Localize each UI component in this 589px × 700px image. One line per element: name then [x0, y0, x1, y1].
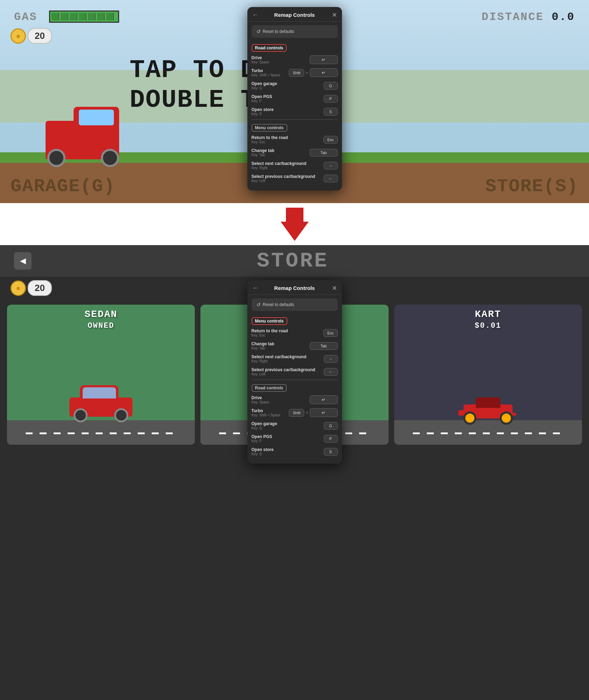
b-open-garage-info: Open garage Key: G [252, 421, 277, 430]
b-open-garage-button[interactable]: G [324, 422, 338, 430]
drive-key-button[interactable]: ↵ [310, 55, 338, 64]
b-drive-key: Key: Space [252, 400, 269, 404]
b-select-prev-key: Key: Left [252, 372, 315, 376]
return-road-label: Return to the road [252, 135, 288, 140]
coin-icon: ● [11, 28, 26, 44]
b-return-road-button[interactable]: Esc [323, 329, 337, 337]
select-prev-key: Key: Left [252, 179, 315, 183]
tap-text: TAP TO D [130, 56, 256, 85]
store-title: STORE [257, 249, 329, 273]
store-header: ◀ STORE [0, 245, 589, 277]
b-change-tab-info: Change tab Key: Tab [252, 341, 274, 350]
b-change-tab-control-row: Change tab Key: Tab Tab [247, 339, 342, 352]
b-change-tab-button[interactable]: Tab [310, 342, 338, 350]
modal-header-bottom: ← Remap Controls ✕ [247, 280, 342, 295]
menu-section-label-bottom: Menu controls [252, 317, 287, 325]
b-turbo-space-button[interactable]: ↵ [310, 408, 338, 417]
return-road-control-row: Return to the road Key: Esc Esc [247, 133, 342, 146]
turbo-key: Key: Shift + Space [252, 73, 281, 77]
b-open-store-key: Key: S [252, 452, 274, 456]
change-tab-info: Change tab Key: Tab [252, 148, 274, 157]
modal-back-button-top[interactable]: ← [252, 11, 259, 19]
reset-label-top: Reset to defaults [263, 29, 294, 34]
distance-text: DISTANCE [482, 11, 544, 23]
modal-close-button-bottom[interactable]: ✕ [332, 284, 337, 292]
b-turbo-control-row: Turbo Key: Shift + Space Shift + ↵ [247, 406, 342, 419]
open-pgs-button[interactable]: P [324, 95, 338, 103]
garage-hint: GARAGE(G) [11, 176, 115, 197]
modal-close-button-top[interactable]: ✕ [332, 11, 337, 19]
reset-icon-bottom: ↺ [256, 302, 261, 307]
turbo-key-combo: Shift + ↵ [289, 68, 337, 77]
turbo-control-row: Turbo Key: Shift + Space Shift + ↵ [247, 66, 342, 79]
b-open-pgs-button[interactable]: P [324, 435, 338, 443]
distance-label: DISTANCE 0.0 [482, 11, 575, 23]
b-return-road-key: Key: Esc [252, 333, 288, 337]
open-pgs-info: Open PGS Key: P [252, 94, 272, 103]
coin-badge: ● 20 [11, 28, 52, 44]
b-open-pgs-info: Open PGS Key: P [252, 434, 272, 443]
b-turbo-label: Turbo [252, 408, 281, 413]
drive-control-row: Drive Key: Space ↵ [247, 53, 342, 66]
modal-header-top: ← Remap Controls ✕ [247, 7, 342, 22]
truck-wheel-rear [101, 149, 119, 167]
coin-count: 20 [28, 28, 52, 44]
modal-title-top: Remap Controls [274, 12, 315, 18]
b-turbo-shift-button[interactable]: Shift [289, 409, 304, 417]
change-tab-label: Change tab [252, 148, 274, 153]
b-select-next-info: Select next car/background Key: Right [252, 354, 307, 363]
select-prev-info: Select previous car/background Key: Left [252, 174, 315, 183]
b-select-next-control-row: Select next car/background Key: Right → [247, 352, 342, 365]
b-drive-button[interactable]: ↵ [310, 395, 338, 404]
b-open-store-button[interactable]: S [324, 448, 338, 456]
b-plus-sign: + [306, 410, 308, 415]
select-next-button[interactable]: → [324, 162, 338, 169]
road-section-label-top: Road controls [252, 44, 287, 52]
arrow-stem [286, 208, 303, 222]
open-pgs-key: Key: P [252, 99, 272, 103]
b-select-prev-info: Select previous car/background Key: Left [252, 367, 315, 376]
b-turbo-combo: Shift + ↵ [289, 408, 337, 417]
return-road-button[interactable]: Esc [323, 136, 337, 144]
b-turbo-info: Turbo Key: Shift + Space [252, 408, 281, 417]
b-change-tab-key: Key: Tab [252, 346, 274, 350]
b-open-garage-control-row: Open garage Key: G G [247, 419, 342, 432]
b-open-pgs-label: Open PGS [252, 434, 272, 439]
b-select-prev-control-row: Select previous car/background Key: Left… [247, 365, 342, 378]
b-change-tab-label: Change tab [252, 341, 274, 346]
change-tab-control-row: Change tab Key: Tab Tab [247, 146, 342, 159]
b-open-garage-key: Key: G [252, 426, 277, 430]
store-back-button[interactable]: ◀ [14, 252, 32, 270]
b-drive-label: Drive [252, 395, 269, 400]
reset-defaults-button-bottom[interactable]: ↺ Reset to defaults [252, 298, 338, 311]
open-garage-control-row: Open garage Key: G G [247, 79, 342, 92]
b-open-pgs-control-row: Open PGS Key: P P [247, 432, 342, 445]
change-tab-button[interactable]: Tab [310, 149, 338, 157]
open-garage-key: Key: G [252, 86, 277, 90]
b-select-prev-label: Select previous car/background [252, 367, 315, 372]
b-select-next-button[interactable]: → [324, 355, 338, 363]
modal-title-bottom: Remap Controls [274, 285, 315, 291]
select-prev-button[interactable]: ← [324, 175, 338, 182]
b-open-store-label: Open store [252, 447, 274, 452]
open-pgs-control-row: Open PGS Key: P P [247, 92, 342, 105]
b-select-next-label: Select next car/background [252, 354, 307, 359]
b-select-prev-button[interactable]: ← [324, 368, 338, 376]
b-drive-control-row: Drive Key: Space ↵ [247, 393, 342, 406]
b-return-road-label: Return to the road [252, 328, 288, 333]
select-next-key: Key: Right [252, 166, 307, 170]
turbo-shift-button[interactable]: Shift [289, 69, 304, 77]
reset-defaults-button-top[interactable]: ↺ Reset to defaults [252, 25, 338, 38]
reset-label-bottom: Reset to defaults [263, 302, 294, 307]
reset-icon-top: ↺ [256, 29, 261, 34]
open-garage-button[interactable]: G [324, 82, 338, 90]
modal-back-button-bottom[interactable]: ← [252, 284, 259, 292]
truck-wheel-front [47, 149, 66, 167]
section-separator-bottom [252, 380, 338, 380]
turbo-space-button[interactable]: ↵ [310, 68, 338, 77]
open-store-button[interactable]: S [324, 108, 338, 116]
select-prev-control-row: Select previous car/background Key: Left… [247, 172, 342, 185]
open-garage-label: Open garage [252, 81, 277, 86]
change-tab-key: Key: Tab [252, 153, 274, 157]
b-open-garage-label: Open garage [252, 421, 277, 426]
